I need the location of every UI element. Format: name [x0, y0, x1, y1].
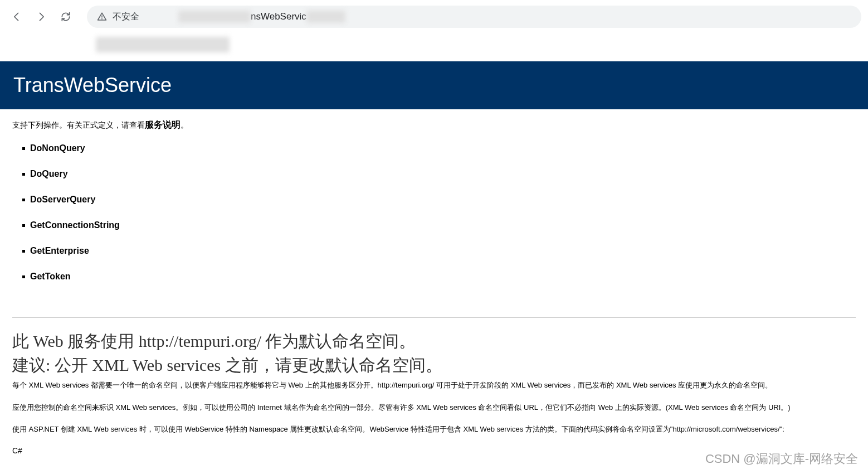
intro-text: 支持下列操作。有关正式定义，请查看服务说明。	[12, 119, 856, 131]
page-banner: TransWebService	[0, 61, 868, 109]
address-blur-overflow	[96, 37, 230, 52]
arrow-left-icon	[11, 11, 22, 22]
notice-line-2: 建议: 公开 XML Web services 之前，请更改默认命名空间。	[12, 354, 856, 377]
url-blur-segment	[306, 11, 345, 23]
reload-button[interactable]	[56, 7, 76, 27]
service-title: TransWebService	[13, 74, 855, 97]
operation-link[interactable]: GetToken	[22, 272, 856, 282]
namespace-notice: 此 Web 服务使用 http://tempuri.org/ 作为默认命名空间。…	[0, 328, 868, 380]
section-divider	[12, 317, 856, 318]
reload-icon	[60, 11, 71, 22]
description-paragraph: 每个 XML Web services 都需要一个唯一的命名空间，以便客户端应用…	[12, 380, 856, 391]
not-secure-icon	[97, 12, 107, 22]
operation-link[interactable]: GetConnectionString	[22, 220, 856, 230]
service-description-link[interactable]: 服务说明	[145, 120, 181, 129]
url-text: nsWebServic	[251, 11, 306, 22]
content-gap	[0, 33, 868, 61]
notice-line-1: 此 Web 服务使用 http://tempuri.org/ 作为默认命名空间。	[12, 330, 856, 353]
code-language-label: C#	[12, 446, 856, 455]
intro-suffix: 。	[181, 120, 188, 129]
description-paragraph: 使用 ASP.NET 创建 XML Web services 时，可以使用 We…	[12, 424, 856, 435]
arrow-right-icon	[36, 11, 47, 22]
url-display: nsWebServic	[178, 11, 345, 23]
back-button[interactable]	[7, 7, 27, 27]
main-content: 支持下列操作。有关正式定义，请查看服务说明。 DoNonQuery DoQuer…	[0, 109, 868, 307]
operation-link[interactable]: DoServerQuery	[22, 195, 856, 205]
operation-link[interactable]: DoQuery	[22, 169, 856, 179]
url-blur-segment	[178, 11, 251, 23]
svg-point-1	[101, 18, 103, 20]
forward-button[interactable]	[31, 7, 51, 27]
intro-prefix: 支持下列操作。有关正式定义，请查看	[12, 120, 145, 129]
browser-toolbar: 不安全 nsWebServic	[0, 0, 868, 33]
address-bar[interactable]: 不安全 nsWebServic	[87, 6, 861, 28]
description-paragraph: 应使用您控制的命名空间来标识 XML Web services。例如，可以使用公…	[12, 402, 856, 413]
operation-link[interactable]: GetEnterprise	[22, 246, 856, 256]
operations-list: DoNonQuery DoQuery DoServerQuery GetConn…	[22, 143, 856, 282]
operation-link[interactable]: DoNonQuery	[22, 143, 856, 153]
security-label: 不安全	[113, 11, 139, 23]
